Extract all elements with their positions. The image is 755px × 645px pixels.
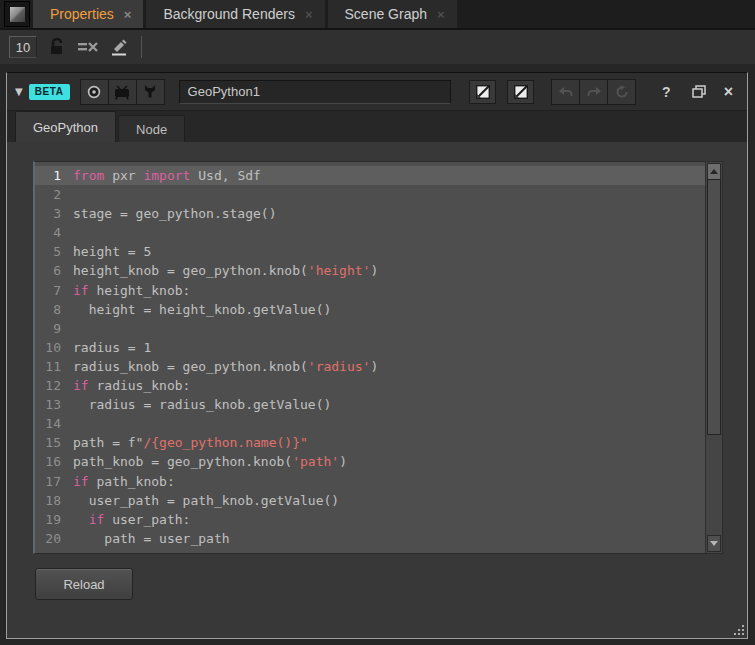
code-line[interactable]: 20 path = user_path [35,529,705,548]
code-line[interactable]: 11radius_knob = geo_python.knob('radius'… [35,357,705,376]
node-color-swatch[interactable] [469,80,496,104]
code-text [68,223,73,242]
code-text [68,319,73,338]
help-button[interactable]: ? [654,84,679,100]
code-line[interactable]: 2 [35,185,705,204]
properties-toolbar: 10 [0,30,755,64]
line-number: 9 [35,319,68,338]
scroll-up-button[interactable] [707,163,721,180]
arrow-up-icon [710,169,718,174]
panel-close-button[interactable]: × [719,84,739,100]
code-line[interactable]: 19 if user_path: [35,510,705,529]
target-icon[interactable] [81,80,109,104]
edit-icon[interactable] [108,36,130,58]
code-line[interactable]: 8 height = height_knob.getValue() [35,300,705,319]
collapse-arrow-icon[interactable]: ▼ [15,86,23,97]
editor-scrollbar[interactable] [705,162,722,553]
redo-icon[interactable] [580,80,608,104]
code-text: radius = 1 [68,338,151,357]
clear-all-panels-icon[interactable] [77,36,99,58]
node-panel-body: 1from pxr import Usd, Sdf23stage = geo_p… [7,143,747,638]
code-text: if radius_knob: [68,376,190,395]
line-number: 2 [35,185,68,204]
revert-icon[interactable] [608,80,635,104]
undo-icon[interactable] [552,80,580,104]
scrollbar-thumb[interactable] [707,179,721,435]
code-text: height_knob = geo_python.knob('height') [68,261,378,280]
code-text [68,185,73,204]
code-line[interactable]: 7if height_knob: [35,281,705,300]
tab-node[interactable]: Node [118,115,185,142]
max-panels-input[interactable]: 10 [9,36,37,58]
node-panel-tabrow: GeoPython Node [7,111,747,142]
code-text: radius = radius_knob.getValue() [68,395,331,414]
code-line[interactable]: 17if path_knob: [35,472,705,491]
code-lines: 1from pxr import Usd, Sdf23stage = geo_p… [35,166,705,554]
code-line[interactable]: 14 [35,414,705,433]
tab-scene-graph[interactable]: Scene Graph × [328,0,457,28]
code-line[interactable]: 13 radius = radius_knob.getValue() [35,395,705,414]
code-text: stage = geo_python.stage() [68,204,277,223]
geopython1-node-panel: ▼ BETA [6,72,748,639]
code-line[interactable]: 15path = f"/{geo_python.name()}" [35,433,705,452]
line-number: 11 [35,357,68,376]
wrench-icon[interactable] [137,80,164,104]
gl-color-swatch[interactable] [507,80,534,104]
toolbar-separator [141,36,142,58]
tab-label: Properties [50,6,114,22]
line-number: 20 [35,529,68,548]
code-line[interactable]: 6height_knob = geo_python.knob('height') [35,261,705,280]
code-line[interactable]: 16path_knob = geo_python.knob('path') [35,452,705,471]
close-icon[interactable]: × [305,8,313,21]
tab-properties[interactable]: Properties × [33,0,143,28]
line-number: 10 [35,338,68,357]
code-text: user_path = path_knob.getValue() [68,491,339,510]
line-number: 16 [35,452,68,471]
line-number: 14 [35,414,68,433]
tab-label: Background Renders [163,6,295,22]
pane-menu-button[interactable] [4,1,30,27]
arrow-down-icon [710,541,718,546]
monitor-icon[interactable] [109,80,137,104]
line-number: 3 [35,204,68,223]
resize-grip[interactable] [731,622,746,637]
float-window-icon[interactable] [685,85,713,98]
line-number: 6 [35,261,68,280]
node-icon-group [80,79,165,105]
code-line[interactable]: 5height = 5 [35,242,705,261]
line-number: 21 [35,548,68,554]
code-text: height = height_knob.getValue() [68,300,331,319]
code-line[interactable]: 12if radius_knob: [35,376,705,395]
line-number: 5 [35,242,68,261]
code-line[interactable]: 21 [35,548,705,554]
code-text [68,548,73,554]
line-number: 15 [35,433,68,452]
code-line[interactable]: 10radius = 1 [35,338,705,357]
code-text: if user_path: [68,510,190,529]
reload-button[interactable]: Reload [35,568,133,600]
close-icon[interactable]: × [124,8,132,21]
scroll-down-button[interactable] [707,535,721,552]
line-number: 13 [35,395,68,414]
code-text: if height_knob: [68,281,190,300]
line-number: 8 [35,300,68,319]
tab-geopython[interactable]: GeoPython [15,111,116,142]
code-line[interactable]: 9 [35,319,705,338]
code-line[interactable]: 18 user_path = path_knob.getValue() [35,491,705,510]
code-text: path_knob = geo_python.knob('path') [68,452,347,471]
code-text [68,414,73,433]
node-panel-header: ▼ BETA [7,73,747,111]
node-name-field[interactable]: GeoPython1 [179,80,452,104]
lock-open-icon[interactable] [46,36,68,58]
python-script-editor[interactable]: 1from pxr import Usd, Sdf23stage = geo_p… [33,161,723,554]
line-number: 4 [35,223,68,242]
tab-background-renders[interactable]: Background Renders × [146,0,324,28]
code-line[interactable]: 1from pxr import Usd, Sdf [35,166,705,185]
code-line[interactable]: 4 [35,223,705,242]
beta-badge: BETA [29,84,70,100]
line-number: 19 [35,510,68,529]
close-icon[interactable]: × [437,8,445,21]
code-line[interactable]: 3stage = geo_python.stage() [35,204,705,223]
nuke-properties-pane: Properties × Background Renders × Scene … [0,0,755,645]
line-number: 1 [35,166,68,185]
